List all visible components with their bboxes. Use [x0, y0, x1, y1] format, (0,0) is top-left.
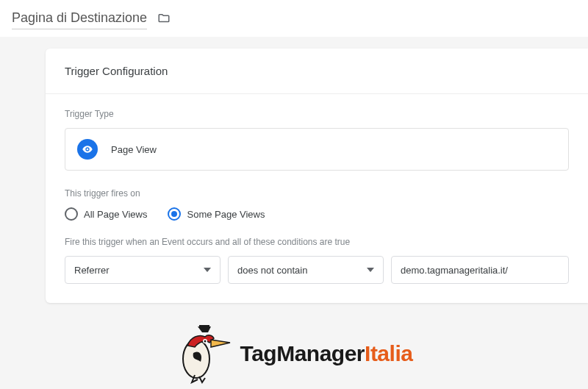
trigger-type-selector[interactable]: Page View: [65, 128, 569, 171]
trigger-type-label: Trigger Type: [65, 109, 569, 119]
chevron-down-icon: [204, 265, 211, 276]
page-header: Pagina di Destinazione: [0, 0, 588, 37]
condition-variable-select[interactable]: Referrer: [65, 256, 220, 284]
fires-on-radio-group: All Page Views Some Page Views: [65, 207, 569, 221]
condition-label: Fire this trigger when an Event occurs a…: [65, 237, 569, 247]
logo: TagManagerItalia: [0, 321, 588, 387]
divider: [46, 93, 588, 94]
trigger-config-card: Trigger Configuration Trigger Type Page …: [46, 49, 588, 303]
logo-text: TagManagerItalia: [240, 341, 413, 366]
svg-rect-1: [199, 325, 209, 328]
select-value: does not contain: [237, 265, 307, 276]
bird-icon: [176, 321, 233, 387]
select-value: Referrer: [74, 265, 110, 276]
fires-on-label: This trigger fires on: [65, 188, 569, 199]
folder-icon[interactable]: [157, 12, 171, 28]
page-title[interactable]: Pagina di Destinazione: [12, 10, 147, 29]
radio-all-page-views[interactable]: All Page Views: [65, 207, 147, 221]
eye-icon: [77, 139, 98, 160]
condition-operator-select[interactable]: does not contain: [228, 256, 384, 284]
condition-value-input[interactable]: demo.tagmanageritalia.it/: [391, 256, 569, 284]
radio-label: All Page Views: [84, 209, 147, 220]
input-value: demo.tagmanageritalia.it/: [401, 265, 508, 276]
radio-icon: [65, 207, 78, 221]
svg-point-3: [204, 340, 206, 343]
logo-part1: TagManager: [240, 341, 365, 365]
condition-row: Referrer does not contain demo.tagmanage…: [65, 256, 569, 284]
radio-some-page-views[interactable]: Some Page Views: [168, 207, 265, 221]
card-heading: Trigger Configuration: [65, 65, 569, 77]
logo-part2: Italia: [365, 341, 412, 365]
radio-icon: [168, 207, 181, 221]
chevron-down-icon: [367, 265, 374, 276]
radio-label: Some Page Views: [187, 209, 265, 220]
trigger-type-name: Page View: [111, 144, 157, 155]
